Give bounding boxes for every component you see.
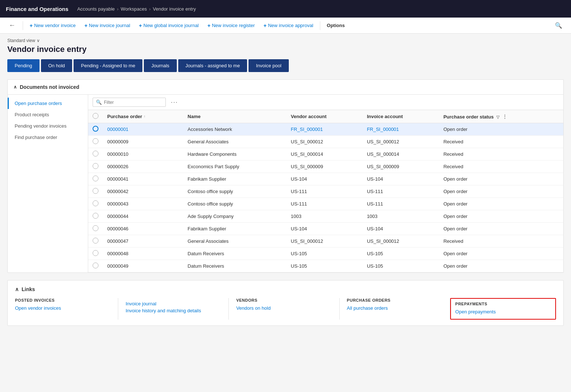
invoice-account: US-111 [362, 185, 439, 198]
table-row[interactable]: 00000010Hardware ComponentsUS_SI_000014U… [88, 148, 563, 161]
row-checkbox[interactable] [93, 263, 98, 268]
new-invoice-approval-button[interactable]: + New invoice approval [260, 21, 317, 30]
more-options-button[interactable]: ··· [169, 98, 180, 106]
table-row[interactable]: 00000042Contoso office supplyUS-111US-11… [88, 185, 563, 198]
th-checkbox[interactable] [88, 110, 103, 123]
table-row[interactable]: 00000041Fabrikam SupplierUS-104US-104Ope… [88, 173, 563, 185]
filter-input[interactable] [104, 100, 163, 105]
vendor-account: US-111 [287, 198, 363, 210]
po-status: Open order [439, 210, 563, 223]
sidebar-item-pending-vendor[interactable]: Pending vendor invoices [8, 120, 88, 132]
sidebar-item-product-receipts[interactable]: Product receipts [8, 109, 88, 120]
row-checkbox[interactable] [93, 225, 98, 231]
page-title: Vendor invoice entry [7, 45, 564, 54]
vendor-name: Datum Receivers [183, 260, 287, 272]
view-selector[interactable]: Standard view ∨ [7, 38, 564, 43]
vendor-name: Contoso office supply [183, 198, 287, 210]
column-more-icon[interactable]: ⋮ [502, 114, 507, 120]
breadcrumb-workspaces[interactable]: Workspaces [121, 6, 147, 12]
header-checkbox[interactable] [93, 113, 98, 119]
links-col-title-prepayments: PREPAYMENTS [455, 302, 551, 306]
open-prepayments-link[interactable]: Open prepayments [455, 309, 551, 314]
row-checkbox[interactable] [93, 176, 98, 181]
search-button[interactable]: 🔍 [552, 20, 565, 30]
table-row[interactable]: 00000009General AssociatesUS_SI_000012US… [88, 136, 563, 148]
documents-layout: Open purchase orders Product receipts Pe… [8, 95, 563, 272]
invoice-journal-link[interactable]: Invoice journal [126, 301, 221, 306]
links-section-header[interactable]: ∧ Links [15, 286, 556, 292]
top-bar: Finance and Operations Accounts payable … [0, 0, 571, 18]
open-vendor-invoices-link[interactable]: Open vendor invoices [15, 305, 111, 311]
invoice-account-link[interactable]: FR_SI_000001 [367, 127, 399, 132]
all-purchase-orders-link[interactable]: All purchase orders [347, 305, 443, 311]
vendor-account: US_SI_000012 [287, 136, 363, 148]
th-purchase-order[interactable]: Purchase order ↑ [103, 110, 183, 123]
table-row[interactable]: 00000001Accessories NetworkFR_SI_000001F… [88, 123, 563, 136]
invoice-account: US_SI_000012 [362, 136, 439, 148]
th-po-status[interactable]: Purchase order status ▽ ⋮ [439, 110, 563, 123]
invoice-history-link[interactable]: Invoice history and matching details [126, 308, 221, 313]
new-global-invoice-journal-label: New global invoice journal [143, 23, 199, 28]
table-row[interactable]: 00000026Exconomics Part SupplyUS_SI_0000… [88, 161, 563, 173]
row-checkbox[interactable] [93, 213, 98, 219]
documents-section-title: Documents not invoiced [20, 84, 79, 90]
options-button[interactable]: Options [323, 21, 348, 30]
table-row[interactable]: 00000049Datum ReceiversUS-105US-105Open … [88, 260, 563, 272]
links-section: ∧ Links POSTED INVOICES Open vendor invo… [7, 280, 564, 326]
vendor-account: 1003 [287, 210, 363, 223]
row-checkbox[interactable] [93, 126, 98, 132]
breadcrumb-accounts-payable[interactable]: Accounts payable [77, 6, 115, 12]
tab-pending[interactable]: Pending [7, 59, 40, 72]
tab-on-hold[interactable]: On hold [41, 59, 72, 72]
table-row[interactable]: 00000048Datum ReceiversUS-105US-105Open … [88, 248, 563, 260]
row-checkbox[interactable] [93, 250, 98, 256]
vendor-account: US_SI_000014 [287, 148, 363, 161]
th-invoice-account: Invoice account [362, 110, 439, 123]
links-col-prepayments: PREPAYMENTS Open prepayments [450, 298, 556, 320]
row-checkbox[interactable] [93, 138, 98, 144]
tab-journals-assigned[interactable]: Journals - assigned to me [178, 59, 247, 72]
row-checkbox[interactable] [93, 188, 98, 194]
vendor-account: US-105 [287, 248, 363, 260]
row-checkbox[interactable] [93, 200, 98, 206]
po-status: Open order [439, 173, 563, 185]
table-row[interactable]: 00000046Fabrikam SupplierUS-104US-104Ope… [88, 223, 563, 235]
new-invoice-register-button[interactable]: + New invoice register [204, 21, 258, 30]
chevron-down-icon: ∨ [37, 38, 40, 43]
filter-input-wrapper[interactable]: 🔍 [93, 98, 166, 107]
po-status: Open order [439, 248, 563, 260]
th-vendor-account: Vendor account [287, 110, 363, 123]
row-checkbox[interactable] [93, 163, 98, 169]
links-col-title-po: PURCHASE ORDERS [347, 298, 443, 302]
back-button[interactable]: ← [6, 20, 18, 31]
sidebar-item-find-po[interactable]: Find purchase order [8, 132, 88, 143]
po-status: Open order [439, 198, 563, 210]
view-selector-label: Standard view [7, 38, 35, 43]
new-global-invoice-journal-button[interactable]: + New global invoice journal [135, 21, 202, 30]
table-row[interactable]: 00000044Ade Supply Company10031003Open o… [88, 210, 563, 223]
table-row[interactable]: 00000047General AssociatesUS_SI_000012US… [88, 235, 563, 248]
th-name: Name [183, 110, 287, 123]
new-invoice-journal-label: New invoice journal [89, 23, 130, 28]
documents-section: ∧ Documents not invoiced Open purchase o… [7, 79, 564, 273]
action-bar: ← + New vendor invoice + New invoice jou… [0, 18, 571, 34]
row-checkbox[interactable] [93, 238, 98, 244]
po-status: Received [439, 235, 563, 248]
table-row[interactable]: 00000043Contoso office supplyUS-111US-11… [88, 198, 563, 210]
po-number-link[interactable]: 00000001 [107, 127, 128, 132]
vendors-on-hold-link[interactable]: Vendors on hold [236, 305, 332, 311]
row-checkbox[interactable] [93, 151, 98, 157]
th-po-sort: Purchase order ↑ [107, 114, 145, 119]
new-invoice-register-label: New invoice register [212, 23, 255, 28]
tab-pending-assigned[interactable]: Pending - Assigned to me [74, 59, 142, 72]
new-vendor-invoice-label: New vendor invoice [34, 23, 75, 28]
documents-section-header[interactable]: ∧ Documents not invoiced [8, 80, 563, 95]
vendor-account-link[interactable]: FR_SI_000001 [291, 127, 323, 132]
sidebar-item-open-po[interactable]: Open purchase orders [8, 98, 88, 109]
new-invoice-journal-button[interactable]: + New invoice journal [81, 21, 134, 30]
new-vendor-invoice-button[interactable]: + New vendor invoice [26, 21, 79, 30]
tab-journals[interactable]: Journals [144, 59, 176, 72]
tab-invoice-pool[interactable]: Invoice pool [249, 59, 288, 72]
vendor-name: General Associates [183, 136, 287, 148]
links-section-title: Links [22, 286, 35, 292]
